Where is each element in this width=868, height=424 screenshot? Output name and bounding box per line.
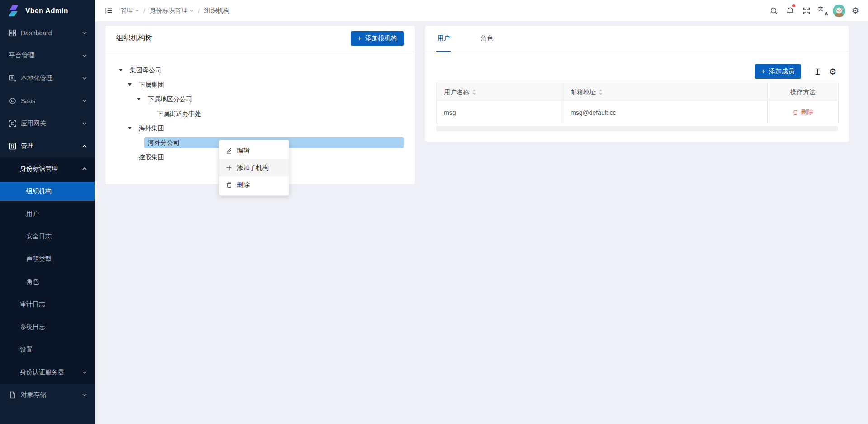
breadcrumb-item[interactable]: 身份标识管理 [150,7,193,15]
tab-roles[interactable]: 角色 [480,25,494,52]
members-table: 用户名称 邮箱地址 操作方法 [436,83,838,131]
search-icon[interactable] [766,0,782,22]
members-panel: 用户 角色 + 添加成员 ⚙ [425,26,849,142]
tree-node-label: 下属地区分公司 [144,94,404,105]
cell-username: msg [437,101,563,124]
sidebar-item-identity-management[interactable]: 身份标识管理 [0,157,95,180]
sidebar-item-label: 应用网关 [21,119,82,128]
tree-caret-icon[interactable] [137,98,141,100]
plus-icon: + [358,35,362,42]
tab-label: 角色 [481,34,493,43]
tree-node[interactable]: 下属街道办事处 [116,106,404,121]
sidebar-item-audit-log[interactable]: 审计日志 [0,293,95,316]
sidebar-menu: Dashboard 平台管理 本地化管理 [0,22,95,406]
tab-users[interactable]: 用户 [436,25,451,52]
chevron-up-icon [82,145,87,148]
sidebar-item-users[interactable]: 用户 [0,203,95,225]
add-root-org-label: 添加根机构 [365,34,397,43]
logo[interactable]: Vben Admin [0,0,95,22]
chevron-down-icon [82,32,87,34]
sidebar-item-label: 安全日志 [26,233,87,241]
sidebar-item-localization[interactable]: 本地化管理 [0,67,95,90]
tree-node[interactable]: 下属地区分公司 [116,92,404,106]
sidebar-item-label: 审计日志 [20,300,87,309]
tree-node[interactable]: 集团母公司 [116,63,404,77]
sidebar-item-platform[interactable]: 平台管理 [0,44,95,67]
org-tree-panel-header: 组织机构树 + 添加根机构 [105,26,415,51]
add-member-button[interactable]: + 添加成员 [755,64,801,79]
tree-node[interactable]: 下属集团 [116,77,404,92]
tree-node-label: 集团母公司 [126,65,404,76]
tree-caret-icon[interactable] [128,127,132,129]
row-height-icon[interactable] [812,68,822,76]
context-menu-label: 编辑 [237,147,250,155]
context-menu-label: 添加子机构 [237,164,269,172]
breadcrumb-separator: / [198,7,200,14]
plus-icon: + [761,68,765,75]
lang-zh-glyph: 文 [818,5,824,13]
sidebar-item-settings[interactable]: 设置 [0,338,95,361]
sidebar: Vben Admin Dashboard 平台管理 [0,0,95,424]
sidebar-item-object-storage[interactable]: 对象存储 [0,384,95,406]
add-member-label: 添加成员 [769,67,794,76]
tree-context-menu: 编辑 添加子机构 删除 [219,140,289,196]
sidebar-item-claim-types[interactable]: 声明类型 [0,248,95,271]
table-row: msg msg@default.cc 删除 [437,101,839,124]
plus-icon [226,165,232,171]
chevron-down-icon [82,122,87,125]
localization-icon [9,75,21,82]
toolbar-divider [807,68,807,75]
sidebar-item-saas[interactable]: Saas [0,90,95,112]
delete-label: 删除 [801,108,813,116]
sidebar-fold-icon[interactable] [101,0,116,22]
sort-icon[interactable] [599,89,603,95]
table-toolbar: + 添加成员 ⚙ [436,64,838,79]
app-title: Vben Admin [25,7,68,15]
sidebar-item-label: 身份标识管理 [20,165,82,173]
tree-node-label: 下属集团 [135,79,404,90]
trash-icon [226,182,232,188]
add-root-org-button[interactable]: + 添加根机构 [351,31,404,46]
table-scrollbar-track[interactable] [436,126,838,131]
chevron-down-icon [82,77,87,80]
context-menu-add-child-org[interactable]: 添加子机构 [219,159,289,176]
context-menu-delete[interactable]: 删除 [219,176,289,194]
fullscreen-icon[interactable] [798,0,815,22]
sidebar-item-gateway[interactable]: 应用网关 [0,112,95,135]
sidebar-item-dashboard[interactable]: Dashboard [0,22,95,44]
column-header-username[interactable]: 用户名称 [437,83,563,101]
sidebar-item-roles[interactable]: 角色 [0,271,95,293]
column-header-email[interactable]: 邮箱地址 [563,83,768,101]
gateway-icon [9,120,21,127]
sidebar-item-label: 系统日志 [20,323,87,331]
edit-pencil-icon [226,148,232,154]
notification-bell-icon[interactable] [782,0,798,22]
context-menu-edit[interactable]: 编辑 [219,142,289,159]
tree-caret-icon[interactable] [128,83,132,86]
header-actions: 文 A ⚙ [766,0,863,22]
breadcrumb: 管理 / 身份标识管理 / 组织机构 [120,7,230,15]
column-label: 操作方法 [790,88,816,96]
sidebar-item-organizations[interactable]: 组织机构 [0,180,95,203]
tree-caret-icon[interactable] [119,69,123,71]
sidebar-item-security-log[interactable]: 安全日志 [0,225,95,248]
breadcrumb-label: 身份标识管理 [150,7,188,15]
gear-icon[interactable]: ⚙ [847,0,863,22]
tab-label: 用户 [437,34,450,43]
column-settings-gear-icon[interactable]: ⚙ [828,67,838,76]
sidebar-item-system-log[interactable]: 系统日志 [0,316,95,338]
sidebar-item-identity-server[interactable]: 身份认证服务器 [0,361,95,384]
panel-title: 组织机构树 [116,33,152,43]
sort-icon[interactable] [472,89,476,95]
dashboard-icon [9,29,21,37]
tree-node[interactable]: 海外集团 [116,121,404,135]
chevron-down-icon [135,10,139,12]
sidebar-item-label: 对象存储 [21,391,82,399]
delete-button[interactable]: 删除 [793,108,813,116]
user-avatar[interactable] [831,0,847,22]
sidebar-item-management[interactable]: 管理 [0,135,95,157]
sidebar-item-label: 管理 [21,142,82,150]
cell-email: msg@default.cc [563,101,768,124]
language-translate-icon[interactable]: 文 A [815,0,831,22]
breadcrumb-item[interactable]: 管理 [120,7,139,15]
